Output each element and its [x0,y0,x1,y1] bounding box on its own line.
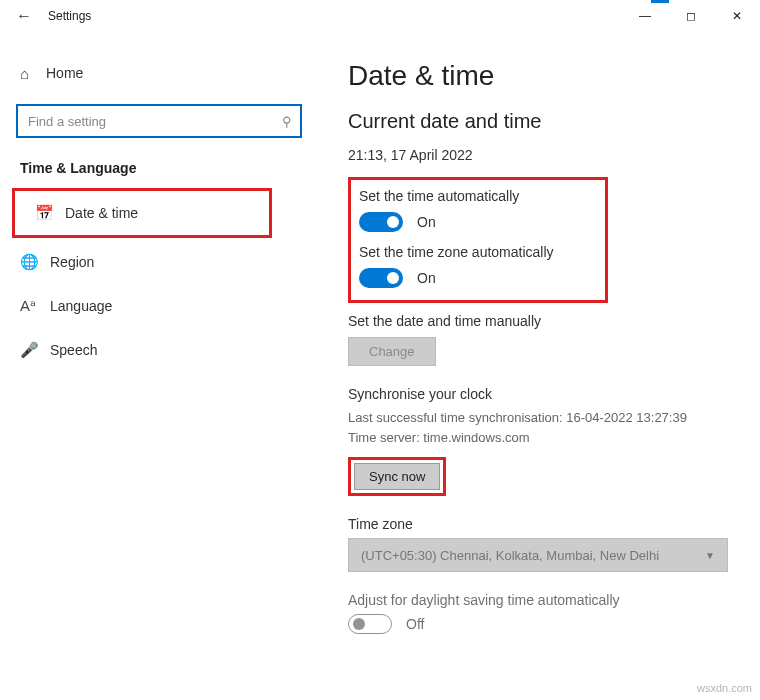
sidebar: ⌂ Home ⚲ Time & Language 📅 Date & time 🌐… [0,32,318,700]
maximize-button[interactable]: ◻ [668,0,714,32]
sync-now-button[interactable]: Sync now [354,463,440,490]
window-title: Settings [48,9,91,23]
globe-icon: 🌐 [20,253,50,271]
microphone-icon: 🎤 [20,341,50,359]
clock-icon: 📅 [35,204,65,222]
dst-label: Adjust for daylight saving time automati… [348,592,732,608]
manual-label: Set the date and time manually [348,313,732,329]
back-button[interactable]: ← [12,7,36,25]
current-datetime: 21:13, 17 April 2022 [348,147,732,163]
minimize-button[interactable]: ― [622,0,668,32]
sync-server-text: Time server: time.windows.com [348,428,732,448]
auto-time-state: On [417,214,436,230]
watermark: wsxdn.com [697,682,752,694]
sidebar-item-language[interactable]: Aᵃ Language [0,284,318,328]
language-icon: Aᵃ [20,297,50,315]
content-pane: Date & time Current date and time 21:13,… [318,32,760,700]
current-title: Current date and time [348,110,732,133]
chevron-down-icon: ▼ [705,550,715,561]
accent-indicator [651,0,669,3]
auto-tz-toggle[interactable] [359,268,403,288]
sidebar-item-label: Date & time [65,205,138,221]
home-label: Home [46,65,83,81]
sync-title: Synchronise your clock [348,386,732,402]
tz-title: Time zone [348,516,732,532]
sync-last-text: Last successful time synchronisation: 16… [348,408,732,428]
dst-toggle [348,614,392,634]
sidebar-item-label: Region [50,254,94,270]
sidebar-item-label: Language [50,298,112,314]
search-icon: ⚲ [282,114,292,129]
change-button: Change [348,337,436,366]
sidebar-item-region[interactable]: 🌐 Region [0,240,318,284]
auto-tz-label: Set the time zone automatically [359,244,595,260]
sidebar-item-label: Speech [50,342,97,358]
close-button[interactable]: ✕ [714,0,760,32]
auto-time-label: Set the time automatically [359,188,595,204]
section-header: Time & Language [0,152,318,188]
page-title: Date & time [348,60,732,92]
sidebar-item-speech[interactable]: 🎤 Speech [0,328,318,372]
dst-state: Off [406,616,424,632]
search-input[interactable] [16,104,302,138]
home-icon: ⌂ [20,65,46,82]
auto-tz-state: On [417,270,436,286]
titlebar: ← Settings ― ◻ ✕ [0,0,760,32]
timezone-value: (UTC+05:30) Chennai, Kolkata, Mumbai, Ne… [361,548,659,563]
timezone-select: (UTC+05:30) Chennai, Kolkata, Mumbai, Ne… [348,538,728,572]
sidebar-item-date-time[interactable]: 📅 Date & time [15,191,269,235]
auto-time-toggle[interactable] [359,212,403,232]
home-nav[interactable]: ⌂ Home [0,52,318,94]
